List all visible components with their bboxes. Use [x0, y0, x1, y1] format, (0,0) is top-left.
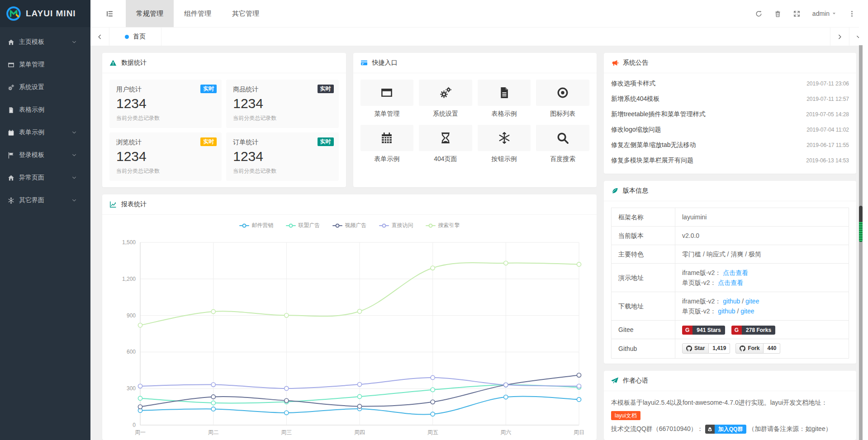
sidebar-item-表单示例[interactable]: 表单示例	[0, 121, 90, 144]
top-nav-tab-组件管理[interactable]: 组件管理	[174, 0, 222, 27]
link-点击查看[interactable]: 点击查看	[718, 279, 743, 286]
quick-entry-表单示例[interactable]: 表单示例	[360, 125, 414, 163]
svg-text:周三: 周三	[281, 429, 292, 435]
chevron-down-icon	[71, 175, 83, 180]
link-github[interactable]: github	[723, 298, 740, 305]
announcement-row[interactable]: 修改选项卡样式2019-07-11 23:06	[611, 76, 849, 91]
sidebar-item-系统设置[interactable]: 系统设置	[0, 76, 90, 99]
scrollbar-stripes	[859, 222, 863, 242]
qq-icon	[705, 425, 715, 434]
quick-entry-系统设置[interactable]: 系统设置	[419, 80, 472, 118]
quick-entry-图标列表[interactable]: 图标列表	[536, 80, 589, 118]
gitee-badge-text: 941 Stars	[693, 326, 725, 335]
stat-description: 当前分类总记录数	[233, 114, 332, 122]
fullscreen-button[interactable]	[793, 10, 800, 17]
realtime-badge: 实时	[318, 137, 334, 146]
announcement-title: 修复左侧菜单缩放tab无法移动	[611, 141, 696, 149]
quick-entry-label: 404页面	[419, 155, 472, 163]
sidebar-item-label: 主页模板	[19, 38, 71, 46]
scrollbar-thumb[interactable]	[859, 206, 863, 242]
version-row-演示地址: 演示地址iframe版-v2： 点击查看单页版-v2： 点击查看	[612, 263, 849, 292]
link-gitee[interactable]: gitee	[740, 308, 754, 315]
version-row-value: v2.0.0	[675, 226, 849, 245]
legend-marker-icon	[379, 223, 389, 228]
version-row-主要特色: 主要特色零门槛 / 响应式 / 清爽 / 极简	[612, 245, 849, 263]
announcement-row[interactable]: 修复多模块菜单栏展开有问题2019-06-13 14:53	[611, 153, 849, 168]
version-row-value: iframe版-v2： github / gitee单页版-v2： github…	[675, 292, 849, 320]
quick-entry-icon-box	[478, 80, 531, 106]
sidebar-item-异常页面[interactable]: 异常页面	[0, 166, 90, 189]
refresh-button[interactable]	[755, 10, 762, 17]
chart-legend: 邮件营销联盟广告视频广告直接访问搜索引擎	[102, 215, 597, 231]
stat-box-商品统计: 商品统计实时1234当前分类总记录数	[226, 80, 338, 128]
scrollbar-track[interactable]	[859, 45, 863, 440]
stat-label: 商品统计	[233, 85, 332, 94]
link-github[interactable]: github	[718, 308, 735, 315]
tab-scroll-left-button[interactable]	[90, 28, 109, 46]
link-prefix: iframe版-v2：	[682, 269, 723, 276]
link-prefix: 单页版-v2：	[682, 279, 718, 286]
announcement-title: 修复多模块菜单栏展开有问题	[611, 156, 693, 165]
more-menu-button[interactable]	[849, 10, 855, 17]
svg-text:周四: 周四	[354, 429, 365, 435]
quick-entry-百度搜索[interactable]: 百度搜索	[536, 125, 589, 163]
join-qq-button[interactable]: 加入QQ群	[705, 425, 747, 434]
content-area: 数据统计 用户统计实时1234当前分类总记录数商品统计实时1234当前分类总记录…	[90, 46, 868, 440]
quick-entry-菜单管理[interactable]: 菜单管理	[360, 80, 414, 118]
layui-doc-button[interactable]: layui文档	[611, 411, 640, 420]
github-fork-button[interactable]: Fork440	[735, 343, 780, 354]
link-gitee[interactable]: gitee	[745, 298, 759, 305]
quick-entry-icon-box	[419, 125, 472, 151]
sidebar-item-菜单管理[interactable]: 菜单管理	[0, 53, 90, 76]
top-nav-tab-其它管理[interactable]: 其它管理	[222, 0, 270, 27]
author-body: 本模板基于layui2.5.4以及font-awesome-4.7.0进行实现。…	[604, 391, 856, 440]
quick-entry-404页面[interactable]: 404页面	[419, 125, 472, 163]
right-column: 系统公告 修改选项卡样式2019-07-11 23:06新增系统404模板201…	[604, 53, 856, 440]
logo[interactable]: LAYUI MINI	[0, 0, 90, 27]
tab-home[interactable]: 首页	[109, 28, 161, 46]
stat-value: 1234	[116, 148, 215, 165]
sidebar-item-label: 系统设置	[19, 83, 83, 91]
version-row-框架名称: 框架名称layuimini	[612, 208, 849, 226]
card-title: 作者心语	[623, 377, 648, 385]
gitee-badge[interactable]: G278 Forks	[731, 326, 775, 335]
legend-item-邮件营销[interactable]: 邮件营销	[239, 222, 274, 229]
user-dropdown[interactable]: admin	[812, 10, 836, 17]
link-line: iframe版-v2： 点击查看	[682, 268, 842, 278]
gitee-badge[interactable]: G941 Stars	[682, 326, 725, 335]
github-star-button[interactable]: Star1,419	[682, 343, 730, 354]
sidebar-item-登录模板[interactable]: 登录模板	[0, 144, 90, 166]
calendar-icon	[380, 132, 393, 144]
tab-scroll-right-button[interactable]	[830, 28, 849, 46]
quick-entry-icon-box	[478, 125, 531, 151]
legend-item-视频广告[interactable]: 视频广告	[332, 222, 367, 229]
logo-text: LAYUI MINI	[26, 9, 76, 19]
github-button-label: Fork	[748, 345, 759, 352]
announcement-row[interactable]: 修复左侧菜单缩放tab无法移动2019-06-17 11:55	[611, 137, 849, 153]
announcement-row[interactable]: 新增treetable插件和菜单管理样式2019-07-05 14:28	[611, 107, 849, 122]
collapse-sidebar-button[interactable]	[106, 10, 114, 18]
clear-cache-button[interactable]	[774, 10, 781, 17]
quick-entry-表格示例[interactable]: 表格示例	[478, 80, 531, 118]
quick-entry-按钮示例[interactable]: 按钮示例	[478, 125, 531, 163]
stat-value: 1234	[233, 95, 332, 112]
legend-item-直接访问[interactable]: 直接访问	[379, 222, 413, 229]
svg-text:周日: 周日	[574, 429, 584, 435]
version-row-value: G941 StarsG278 Forks	[675, 320, 849, 339]
sidebar-item-主页模板[interactable]: 主页模板	[0, 31, 90, 53]
sidebar-item-label: 其它界面	[19, 196, 71, 204]
sidebar-item-其它界面[interactable]: 其它界面	[0, 189, 90, 212]
stats-grid: 用户统计实时1234当前分类总记录数商品统计实时1234当前分类总记录数浏览统计…	[102, 73, 346, 187]
chevron-down-icon	[71, 152, 83, 158]
chevron-down-icon	[71, 198, 83, 203]
github-button-face: Fork	[735, 343, 764, 354]
stat-description: 当前分类总记录数	[233, 167, 332, 175]
top-nav-tab-常规管理[interactable]: 常规管理	[126, 0, 174, 27]
legend-item-联盟广告[interactable]: 联盟广告	[286, 222, 320, 229]
link-点击查看[interactable]: 点击查看	[723, 269, 748, 276]
sidebar-item-表格示例[interactable]: 表格示例	[0, 99, 90, 121]
announcement-date: 2019-06-13 14:53	[806, 157, 849, 164]
legend-item-搜索引擎[interactable]: 搜索引擎	[426, 222, 460, 229]
announcement-row[interactable]: 新增系统404模板2019-07-11 12:57	[611, 91, 849, 107]
announcement-row[interactable]: 修改logo缩放问题2019-07-04 11:02	[611, 122, 849, 137]
